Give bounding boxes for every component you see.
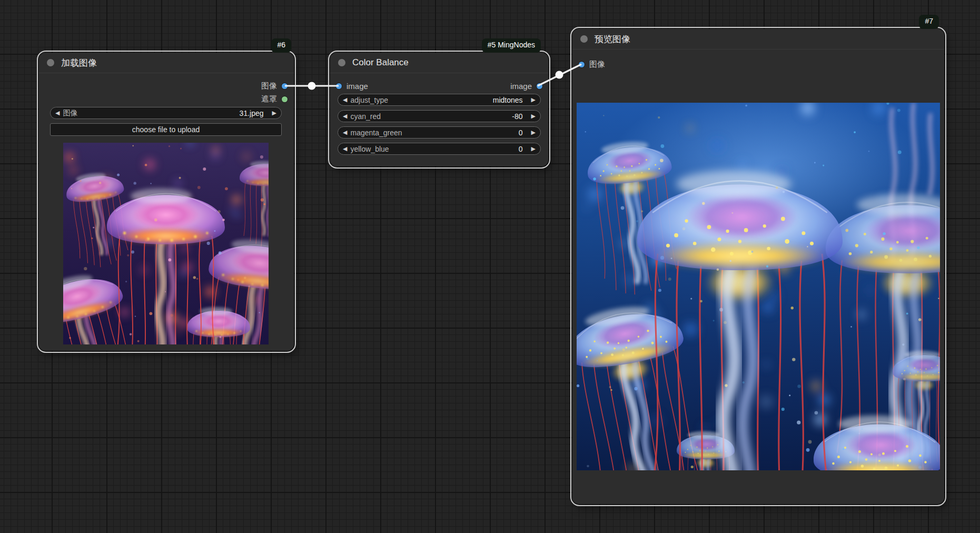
param-name: adjust_type — [350, 96, 492, 104]
increment-arrow-icon[interactable]: ▶ — [531, 97, 536, 103]
node-title: 加载图像 — [61, 57, 97, 69]
node-title: Color Balance — [352, 57, 409, 68]
output-label: image — [510, 82, 532, 91]
image-input-dot-icon[interactable] — [579, 62, 585, 67]
input-label: image — [347, 82, 368, 91]
mask-output-dot-icon[interactable] — [282, 96, 288, 102]
param-name: yellow_blue — [350, 145, 518, 153]
output-slot-mask[interactable]: 遮罩 — [261, 93, 288, 105]
decrement-arrow-icon[interactable]: ◀ — [343, 97, 347, 103]
image-file-combo[interactable]: ◀ 图像 31.jpeg ▶ — [50, 107, 282, 119]
decrement-arrow-icon[interactable]: ◀ — [343, 130, 347, 135]
node-id-badge: #7 — [919, 15, 939, 29]
node-load-image[interactable]: #6 加载图像 图像 遮罩 ◀ 图像 31.jpeg ▶ choose file… — [39, 53, 294, 351]
input-slot-image[interactable]: image — [336, 80, 368, 92]
next-arrow-icon[interactable]: ▶ — [272, 110, 276, 116]
collapse-dot-icon[interactable] — [47, 59, 54, 66]
param-magenta-green[interactable]: ◀ magenta_green 0 ▶ — [338, 126, 541, 139]
prev-arrow-icon[interactable]: ◀ — [55, 110, 60, 116]
node-header[interactable]: 加载图像 — [39, 53, 294, 73]
collapse-dot-icon[interactable] — [580, 35, 588, 43]
choose-file-button[interactable]: choose file to upload — [50, 123, 282, 136]
collapse-dot-icon[interactable] — [338, 59, 345, 66]
increment-arrow-icon[interactable]: ▶ — [531, 113, 536, 119]
node-header[interactable]: 预览图像 — [572, 29, 944, 50]
param-value: midtones — [493, 96, 523, 104]
combo-value: 31.jpeg — [240, 109, 264, 117]
loaded-image-preview — [63, 143, 269, 344]
param-value: -80 — [512, 112, 522, 121]
output-label: 遮罩 — [261, 94, 277, 104]
node-title: 预览图像 — [595, 33, 630, 45]
param-name: magenta_green — [350, 129, 518, 137]
node-preview-image[interactable]: #7 预览图像 图像 — [572, 29, 944, 504]
node-color-balance[interactable]: #5 MingNodes Color Balance image image ◀… — [330, 53, 548, 166]
decrement-arrow-icon[interactable]: ◀ — [343, 146, 347, 152]
input-label: 图像 — [589, 60, 605, 70]
param-value: 0 — [519, 129, 523, 137]
node-id-badge: #5 MingNodes — [482, 38, 541, 53]
decrement-arrow-icon[interactable]: ◀ — [343, 113, 347, 119]
param-value: 0 — [519, 145, 523, 153]
param-adjust-type[interactable]: ◀ adjust_type midtones ▶ — [338, 94, 541, 106]
image-input-dot-icon[interactable] — [336, 83, 342, 89]
param-name: cyan_red — [350, 112, 512, 121]
increment-arrow-icon[interactable]: ▶ — [531, 146, 536, 152]
input-slot-image[interactable]: 图像 — [579, 58, 605, 70]
param-yellow-blue[interactable]: ◀ yellow_blue 0 ▶ — [338, 143, 541, 155]
node-id-badge: #6 — [271, 38, 291, 53]
node-header[interactable]: Color Balance — [330, 53, 548, 73]
output-label: 图像 — [261, 81, 277, 91]
output-slot-image[interactable]: 图像 — [261, 80, 288, 92]
increment-arrow-icon[interactable]: ▶ — [531, 130, 536, 135]
param-cyan-red[interactable]: ◀ cyan_red -80 ▶ — [338, 110, 541, 122]
image-output-dot-icon[interactable] — [282, 83, 288, 89]
combo-label: 图像 — [63, 108, 239, 118]
preview-image-output — [577, 103, 940, 470]
output-slot-image[interactable]: image — [510, 80, 542, 92]
image-output-dot-icon[interactable] — [537, 83, 542, 89]
